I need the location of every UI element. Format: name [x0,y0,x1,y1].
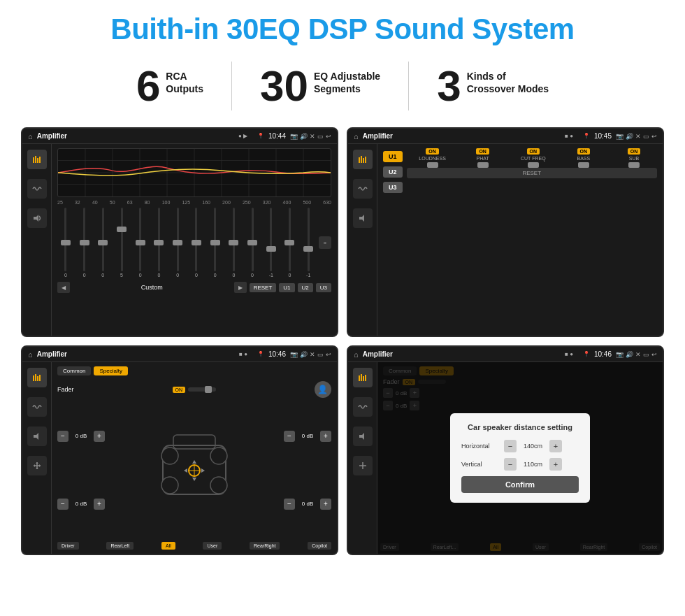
eq-slider-3[interactable]: 0 [94,208,111,278]
amp-sidebar [348,144,377,336]
vol-br-minus[interactable]: − [284,499,295,510]
eq-slider-9[interactable]: 0 [207,208,224,278]
vol-bl-minus[interactable]: − [57,499,68,510]
dialog-topbar-icons: 📷 🔊 ✕ ▭ ↩ [616,351,657,358]
vol-tr-minus[interactable]: − [284,431,295,442]
dialog-sidebar-wave-btn[interactable] [353,397,373,417]
eq-slider-4[interactable]: 5 [113,208,130,278]
fader-topbar-icons: 📷 🔊 ✕ ▭ ↩ [290,351,331,358]
eq-slider-6[interactable]: 0 [151,208,168,278]
eq-topbar-dots: ● ▶ [238,133,247,139]
fader-sidebar-wave-btn[interactable] [27,397,47,417]
fader-slider[interactable] [188,387,216,392]
amp-sidebar-vol-btn[interactable] [353,208,373,228]
eq-slider-8[interactable]: 0 [188,208,205,278]
zone-rearleft-btn[interactable]: RearLeft [106,542,134,550]
amp-volume-icon: 🔊 [626,133,633,140]
eq-reset-btn[interactable]: RESET [250,283,277,292]
eq-slider-7[interactable]: 0 [169,208,186,278]
eq-slider-5[interactable]: 0 [132,208,149,278]
fader-camera-icon: 📷 [290,351,298,358]
fader-person-icon[interactable]: 👤 [315,381,331,398]
fader-home-icon[interactable]: ⌂ [28,350,33,359]
amp-reset-btn[interactable]: RESET [407,168,657,178]
amp-sidebar-wave-btn[interactable] [353,179,373,199]
eq-sidebar-eq-btn[interactable] [27,150,47,169]
dialog-minimize-icon: ▭ [643,351,649,358]
eq-slider-11[interactable]: 0 [244,208,261,278]
dialog-vertical-minus[interactable]: − [504,458,517,471]
fader-tab-specialty[interactable]: Specialty [94,366,127,375]
eq-topbar: ⌂ Amplifier ● ▶ 📍 10:44 📷 🔊 ✕ ▭ ↩ [22,129,337,144]
stat-label-rca: RCA Outputs [166,64,203,95]
vol-tr-plus[interactable]: + [320,431,331,442]
amp-u1-btn[interactable]: U1 [383,151,403,162]
eq-slider-13[interactable]: 0 [282,208,298,278]
svg-rect-3 [39,157,41,163]
dialog-sidebar-arrows-btn[interactable] [353,456,373,475]
expand-icon[interactable]: » [319,236,331,249]
eq-u1-btn[interactable]: U1 [279,283,294,292]
dialog-sidebar-eq-btn[interactable] [353,368,373,387]
amp-close-icon: ✕ [635,133,641,140]
vol-tl-value: 0 dB [71,433,91,439]
eq-next-btn[interactable]: ▶ [234,282,247,293]
amp-u3-btn[interactable]: U3 [383,182,403,193]
amp-home-icon[interactable]: ⌂ [354,132,359,141]
eq-slider-14[interactable]: -1 [300,208,317,278]
freq-400: 400 [283,200,291,205]
zone-rearright-btn[interactable]: RearRight [250,542,280,550]
amp-topbar-title: Amplifier [363,132,561,140]
vol-br-value: 0 dB [298,501,317,507]
eq-slider-12[interactable]: -1 [263,208,280,278]
amp-sidebar-eq-btn[interactable] [353,150,373,169]
eq-u2-btn[interactable]: U2 [298,283,313,292]
amp-u2-btn[interactable]: U2 [383,166,403,178]
loudness-label: LOUDNESS [419,156,446,161]
fader-car-area: − 0 dB + − 0 dB + [57,403,331,536]
fader-tab-common[interactable]: Common [57,366,91,375]
fader-zone-row: Driver RearLeft All User RearRight Copil… [57,542,331,550]
dialog-horizontal-minus[interactable]: − [504,440,517,452]
amp-back-icon: ↩ [651,133,657,140]
vol-bl-value: 0 dB [71,501,91,507]
svg-rect-20 [365,157,366,163]
dialog-title: Car speaker distance setting [461,423,579,431]
zone-driver-btn[interactable]: Driver [57,542,79,550]
zone-copilot-btn[interactable]: Copilot [308,542,331,550]
freq-32: 32 [75,200,80,205]
amp-minimize-icon: ▭ [643,133,649,140]
eq-u3-btn[interactable]: U3 [316,283,331,292]
eq-slider-2[interactable]: 0 [76,208,93,278]
dialog-home-icon[interactable]: ⌂ [354,350,359,359]
dialog-vertical-plus[interactable]: + [549,458,562,471]
amp-content: U1 U2 U3 ON LOUDNESS [383,148,657,331]
svg-point-32 [210,477,227,494]
camera-icon: 📷 [290,133,298,140]
eq-sidebar-vol-btn[interactable] [27,208,47,228]
zone-all-btn[interactable]: All [161,542,175,550]
vol-bl-plus[interactable]: + [94,499,105,510]
amp-camera-icon: 📷 [616,133,623,140]
dialog-camera-icon: 📷 [616,351,623,358]
stats-row: 6 RCA Outputs 30 EQ Adjustable Segments … [21,62,664,110]
dialog-confirm-button[interactable]: Confirm [461,476,579,493]
vol-br-plus[interactable]: + [320,499,331,510]
eq-sidebar-wave-btn[interactable] [27,179,47,199]
fader-location-icon: 📍 [257,351,264,357]
vol-tl-plus[interactable]: + [94,431,105,442]
zone-user-btn[interactable]: User [203,542,222,550]
svg-marker-36 [192,460,196,464]
eq-slider-10[interactable]: 0 [225,208,242,278]
dialog-horizontal-plus[interactable]: + [549,440,562,452]
fader-sidebar-vol-btn[interactable] [27,427,47,446]
fader-sidebar-eq-btn[interactable] [27,368,47,387]
dialog-field-vertical: Vertical − 110cm + [461,458,579,471]
eq-slider-1[interactable]: 0 [57,208,74,278]
fader-sidebar-arrows-btn[interactable] [27,456,47,475]
eq-prev-btn[interactable]: ◀ [57,282,70,293]
dialog-sidebar-vol-btn[interactable] [353,427,373,446]
eq-sliders-row: 0 0 0 5 [57,208,331,278]
vol-tl-minus[interactable]: − [57,431,68,442]
home-icon[interactable]: ⌂ [28,132,33,141]
